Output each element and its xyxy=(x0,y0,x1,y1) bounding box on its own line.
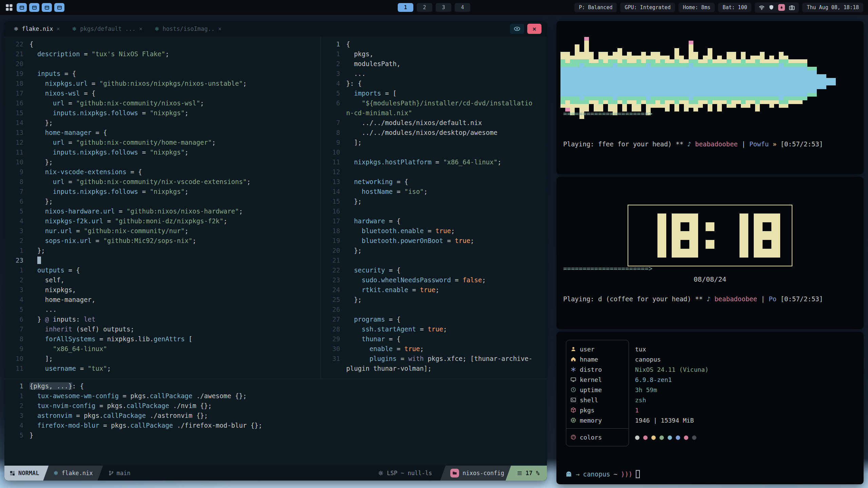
code-line: 21 description = "tux's NixOS Flake"; xyxy=(4,49,320,59)
line-number: 27 xyxy=(321,314,346,324)
player2-block: ======================> Playing: d (coff… xyxy=(563,243,857,324)
status-chip-3: Bat: 100 xyxy=(718,3,751,12)
project-label: nixos-config xyxy=(462,470,504,476)
code-line: 11 nixpkgs.hostPlatform = "x86_64-linux"… xyxy=(321,157,547,167)
launcher-icon[interactable] xyxy=(5,3,14,12)
code-line: 15 inputs.nixpkgs.follows = "nixpkgs"; xyxy=(4,108,320,118)
desktop-tab-4[interactable]: 4 xyxy=(455,3,470,12)
color-picker-icon[interactable] xyxy=(778,4,785,11)
fetch-label: distro xyxy=(580,366,602,373)
editor-tab-flake-nix[interactable]: ❄flake.nix× xyxy=(8,21,66,37)
line-number: 20 xyxy=(321,246,346,256)
tab-close-icon[interactable]: × xyxy=(57,25,60,32)
line-number: 23 xyxy=(4,256,29,265)
desktop-tab-2[interactable]: 2 xyxy=(417,3,432,12)
color-swatch xyxy=(676,435,680,440)
line-number: 4 xyxy=(4,421,29,430)
workspace-button-1[interactable] xyxy=(17,3,27,12)
fetch-row-shell: shellzsh xyxy=(566,395,857,405)
fetch-row-kernel: kernel6.9.8-zen1 xyxy=(566,374,857,385)
close-button[interactable]: × xyxy=(527,24,541,34)
shield-icon[interactable] xyxy=(769,5,774,10)
window-icon xyxy=(57,5,62,10)
code-line: 19 bluetooth.powerOnBoot = true; xyxy=(321,236,547,246)
gear-icon xyxy=(378,470,383,476)
line-number: 11 xyxy=(4,147,29,157)
workspace-button-4[interactable] xyxy=(54,3,64,12)
fetch-row-distro: distroNixOS 24.11 (Vicuna) xyxy=(566,364,857,374)
code-line: 26 xyxy=(321,305,547,314)
line-number: 23 xyxy=(321,275,346,285)
line-number: 22 xyxy=(4,39,29,49)
tab-close-icon[interactable]: × xyxy=(218,25,221,32)
fetch-label: kernel xyxy=(580,376,602,383)
wifi-icon[interactable] xyxy=(759,5,765,11)
code-line: 7 ../../modules/nixos/default.nix xyxy=(321,118,547,128)
tab-close-icon[interactable]: × xyxy=(139,25,142,32)
fetch-row-memory: memory1946 | 15394 MiB xyxy=(566,415,857,425)
code-line: 19 inputs = { xyxy=(4,69,320,79)
nix-file-icon: ❄ xyxy=(72,26,77,32)
line-number: 17 xyxy=(4,88,29,98)
pane-pkgs-default[interactable]: 1{pkgs, ...}: {1 tux-awesome-wm-config =… xyxy=(4,379,547,466)
now-playing-line: Playing: ffee for your head) ** ♪ beabad… xyxy=(563,139,857,149)
tab-label: flake.nix xyxy=(22,25,53,32)
code-line: 23 sudo.wheelNeedsPassword = false; xyxy=(321,275,547,285)
top-bar: 1234 P: BalancedGPU: IntegratedHome: 8ms… xyxy=(0,0,868,15)
line-number: 12 xyxy=(4,138,29,147)
pane-iso-image[interactable]: 1{1 pkgs,2 modulesPath,3 ...4}: {5 impor… xyxy=(320,37,547,379)
fetch-value: zsh xyxy=(635,396,646,404)
code-line: 17 hardware = { xyxy=(321,216,547,226)
line-number: 2 xyxy=(4,236,29,246)
tab-switcher: 1234 xyxy=(398,3,470,12)
statusline-right: LSP ~ null-ls nixos-config 17 % xyxy=(378,466,547,481)
code-line: 8 url = "github:nix-community/nix-vscode… xyxy=(4,177,320,187)
editor-tabs: ❄flake.nix×❄pkgs/default ...×❄hosts/isoI… xyxy=(8,21,228,37)
line-number: 24 xyxy=(321,285,346,295)
code-line: 6 }; xyxy=(4,197,320,206)
line-number: 3 xyxy=(4,226,29,236)
fetch-row-colors: colors xyxy=(566,432,857,442)
code-line: 27 programs = { xyxy=(321,314,547,324)
workspace-button-2[interactable] xyxy=(29,3,39,12)
code-line: 2 sops-nix.url = "github:Mic92/sops-nix"… xyxy=(4,236,320,246)
branch-icon xyxy=(108,470,114,476)
pane-flake-nix[interactable]: 22{21 description = "tux's NixOS Flake";… xyxy=(4,37,320,379)
editor-tab-hosts-isoImag-[interactable]: ❄hosts/isoImag..× xyxy=(149,21,228,37)
desktop-tab-1[interactable]: 1 xyxy=(398,3,413,12)
lsp-status: LSP ~ null-ls xyxy=(378,470,432,476)
line-number: 16 xyxy=(4,98,29,108)
editor-window: ❄flake.nix×❄pkgs/default ...×❄hosts/isoI… xyxy=(4,21,547,481)
toggle-view-button[interactable] xyxy=(510,24,524,34)
clock-icon xyxy=(571,387,576,392)
line-number: 8 xyxy=(4,177,29,187)
prompt-text: →canopus~))) xyxy=(576,470,632,478)
workspace-button-3[interactable] xyxy=(42,3,52,12)
now-playing-line: Playing: d (coffee for your head) ** ♪ b… xyxy=(563,294,857,304)
file-label: flake.nix xyxy=(62,470,93,476)
user-icon xyxy=(571,346,576,352)
line-number: 8 xyxy=(4,334,29,344)
scroll-percent-segment: 17 % xyxy=(506,466,547,481)
code-line: 21 xyxy=(321,256,547,265)
shell-prompt[interactable]: →canopus~))) xyxy=(565,470,640,478)
color-swatch xyxy=(692,435,696,440)
line-number: 11 xyxy=(321,157,346,167)
line-number: 3 xyxy=(4,285,29,295)
git-branch[interactable]: main xyxy=(108,470,131,476)
code-line: 2 tux-nvim-config = pkgs.callPackage ./n… xyxy=(4,401,547,411)
mode-icon xyxy=(10,471,15,476)
screenshot-icon[interactable] xyxy=(789,5,795,11)
editor-tab-pkgs-default-[interactable]: ❄pkgs/default ...× xyxy=(66,21,149,37)
project-segment[interactable]: nixos-config xyxy=(440,466,511,481)
topbar-left xyxy=(5,3,64,12)
line-number: 2 xyxy=(4,275,29,285)
line-number: 7 xyxy=(4,324,29,334)
desktop-tab-3[interactable]: 3 xyxy=(436,3,451,12)
snow-icon xyxy=(571,367,576,372)
code-line: 1 pkgs, xyxy=(321,49,547,59)
list-icon xyxy=(517,471,522,476)
line-number: 9 xyxy=(321,138,346,147)
code-line: 7 inherit (self) outputs; xyxy=(4,324,320,334)
line-number: 17 xyxy=(321,216,346,226)
